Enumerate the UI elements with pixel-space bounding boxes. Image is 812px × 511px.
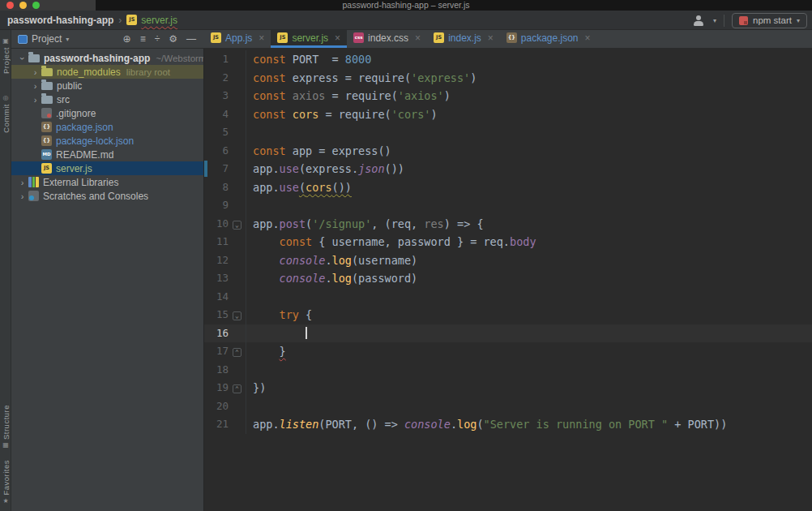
code-line[interactable]: 16 (204, 324, 812, 343)
code-line[interactable]: 15⌄ try { (204, 306, 812, 324)
tab-package-json[interactable]: {}package.json× (500, 30, 597, 48)
code-text[interactable]: const PORT = 8000 (246, 50, 371, 69)
locate-icon[interactable]: ⊕ (123, 34, 131, 44)
close-tab-icon[interactable]: × (335, 32, 340, 44)
code-editor[interactable]: 1const PORT = 80002const express = requi… (204, 49, 812, 511)
code-text[interactable]: app.use(cors()) (246, 178, 352, 197)
code-text[interactable]: }) (246, 379, 266, 397)
chevron-closed-icon[interactable]: › (29, 67, 41, 77)
tree-item-public[interactable]: ›public (11, 79, 203, 92)
tree-item-password-hashing-app[interactable]: ›password-hashing-app~/WebstormP (11, 51, 203, 65)
tool-window-button-structure[interactable]: Structure▦ (2, 405, 11, 449)
code-text[interactable]: app.use(express.json()) (246, 160, 404, 178)
project-panel-title[interactable]: Project (32, 33, 62, 45)
fold-marker-icon[interactable]: ⌃ (229, 342, 246, 361)
tab-index-css[interactable]: cssindex.css× (347, 30, 427, 48)
tool-window-button-commit[interactable]: ◎Commit (2, 95, 11, 133)
settings-gear-icon[interactable]: ⚙ (169, 34, 177, 44)
code-text[interactable] (246, 288, 253, 307)
line-number: 15 (204, 306, 229, 324)
line-number: 1 (204, 50, 229, 69)
tool-window-button-project[interactable]: ▣Project (2, 38, 11, 74)
code-line[interactable]: 13 console.log(password) (204, 269, 812, 288)
tree-item-scratches-and-consoles[interactable]: ›Scratches and Consoles (11, 189, 203, 203)
hide-panel-icon[interactable]: — (186, 34, 196, 44)
code-text[interactable]: } (246, 342, 286, 361)
tree-item-external-libraries[interactable]: ›External Libraries (11, 175, 203, 189)
tool-window-button-favorites[interactable]: Favorites★ (2, 460, 11, 505)
code-line[interactable]: 6const app = express() (204, 142, 812, 161)
chevron-closed-icon[interactable]: › (29, 95, 41, 105)
code-line[interactable]: 17⌃ } (204, 342, 812, 361)
project-view-caret-icon[interactable]: ▾ (66, 36, 69, 43)
code-line[interactable]: 18 (204, 361, 812, 380)
code-line[interactable]: 21app.listen(PORT, () => console.log("Se… (204, 415, 812, 434)
gutter: 12 (204, 251, 246, 270)
collapse-all-icon[interactable]: ≡ (140, 34, 146, 44)
code-line[interactable]: 12 console.log(username) (204, 251, 812, 270)
code-text[interactable]: app.post('/signup', (req, res) => { (246, 215, 484, 234)
code-line[interactable]: 7app.use(express.json()) (204, 160, 812, 178)
code-line[interactable]: 19⌃}) (204, 379, 812, 397)
fold-down-icon[interactable]: ⌄ (233, 221, 241, 230)
tree-item-readme-md[interactable]: MDREADME.md (11, 148, 203, 161)
fold-marker-icon[interactable]: ⌄ (229, 306, 246, 324)
code-text[interactable]: try { (246, 306, 312, 324)
tree-item-node-modules[interactable]: ›node_moduleslibrary root (11, 65, 203, 79)
code-text[interactable] (246, 397, 253, 416)
code-line[interactable]: 5 (204, 123, 812, 142)
user-profile-icon[interactable] (693, 15, 706, 26)
tab-server-js[interactable]: JSserver.js× (271, 30, 347, 48)
code-text[interactable]: const axios = require('axios') (246, 87, 451, 105)
chevron-closed-icon[interactable]: › (16, 178, 28, 187)
close-tab-icon[interactable]: × (259, 32, 264, 44)
fold-marker-icon[interactable]: ⌃ (229, 379, 246, 397)
code-line[interactable]: 1const PORT = 8000 (204, 50, 812, 69)
tab-app-js[interactable]: JSApp.js× (204, 30, 271, 48)
chevron-open-icon[interactable]: › (18, 52, 28, 64)
line-number: 7 (204, 160, 229, 178)
tree-item-package-json[interactable]: {}package.json (11, 120, 203, 134)
chevron-closed-icon[interactable]: › (16, 191, 28, 201)
tree-item-server-js[interactable]: JSserver.js (11, 161, 203, 175)
breadcrumb-project[interactable]: password-hashing-app (7, 15, 113, 26)
close-tab-icon[interactable]: × (488, 32, 494, 44)
code-line[interactable]: 14 (204, 288, 812, 307)
code-line[interactable]: 9 (204, 196, 812, 215)
code-line[interactable]: 20 (204, 397, 812, 416)
fold-up-icon[interactable]: ⌃ (233, 384, 241, 393)
code-text[interactable] (246, 361, 253, 380)
fold-up-icon[interactable]: ⌃ (233, 348, 241, 357)
code-line[interactable]: 4const cors = require('cors') (204, 105, 812, 124)
code-text[interactable]: console.log(username) (246, 251, 417, 270)
tree-item-src[interactable]: ›src (11, 92, 203, 106)
code-text[interactable]: const cors = require('cors') (246, 105, 438, 124)
run-dropdown-caret-icon[interactable]: ▾ (797, 17, 800, 24)
tree-item-package-lock-json[interactable]: {}package-lock.json (11, 134, 203, 148)
chevron-closed-icon[interactable]: › (29, 81, 41, 91)
code-text[interactable]: const { username, password } = req.body (246, 233, 536, 251)
close-tab-icon[interactable]: × (585, 32, 591, 44)
code-text[interactable] (246, 123, 253, 142)
breadcrumb-file[interactable]: server.js (141, 15, 177, 26)
code-text[interactable]: console.log(password) (246, 269, 417, 288)
fold-down-icon[interactable]: ⌄ (233, 311, 241, 320)
code-text[interactable]: app.listen(PORT, () => console.log("Serv… (246, 415, 727, 434)
run-configuration-button[interactable]: npm start ▾ (732, 13, 807, 28)
code-line[interactable]: 2const express = require('express') (204, 69, 812, 88)
code-line[interactable]: 10⌄app.post('/signup', (req, res) => { (204, 215, 812, 234)
code-line[interactable]: 11 const { username, password } = req.bo… (204, 233, 812, 251)
code-text[interactable]: const express = require('express') (246, 69, 477, 88)
code-text[interactable] (246, 196, 253, 215)
code-text[interactable]: const app = express() (246, 142, 391, 161)
tab-index-js[interactable]: JSindex.js× (427, 30, 500, 48)
fold-marker-icon[interactable]: ⌄ (229, 215, 246, 234)
user-dropdown-caret-icon[interactable]: ▾ (713, 17, 716, 24)
line-number: 13 (204, 269, 229, 288)
code-text[interactable] (246, 324, 307, 343)
tree-item-gitignore[interactable]: .gitignore (11, 106, 203, 120)
code-line[interactable]: 3const axios = require('axios') (204, 87, 812, 105)
code-line[interactable]: 8app.use(cors()) (204, 178, 812, 197)
expand-collapse-icon[interactable]: ÷ (155, 34, 160, 44)
close-tab-icon[interactable]: × (415, 32, 421, 44)
